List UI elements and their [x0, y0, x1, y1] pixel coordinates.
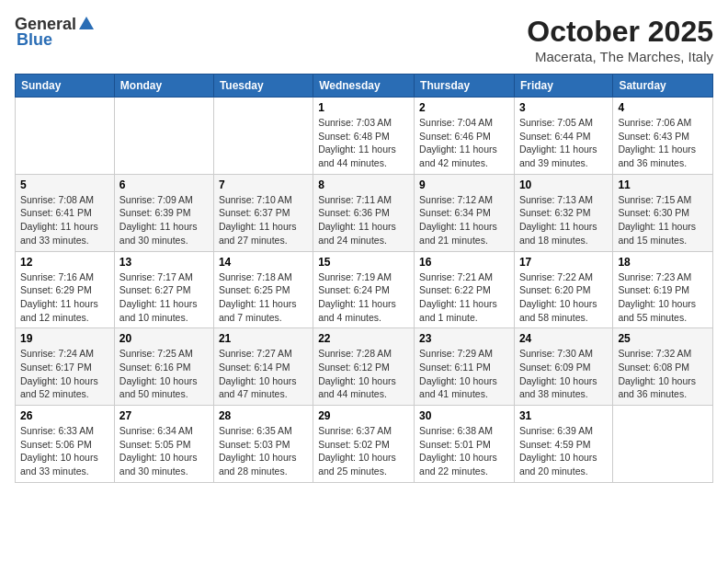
day-info: Sunrise: 7:13 AM Sunset: 6:32 PM Dayligh… [519, 193, 608, 247]
logo: General Blue [15, 15, 95, 50]
calendar-cell: 22Sunrise: 7:28 AM Sunset: 6:12 PM Dayli… [313, 328, 415, 406]
day-number: 12 [20, 256, 109, 269]
day-info: Sunrise: 7:30 AM Sunset: 6:09 PM Dayligh… [519, 347, 608, 401]
calendar-cell: 15Sunrise: 7:19 AM Sunset: 6:24 PM Dayli… [313, 251, 415, 328]
logo-blue: Blue [15, 30, 52, 50]
day-info: Sunrise: 7:17 AM Sunset: 6:27 PM Dayligh… [119, 270, 209, 325]
calendar-cell: 1Sunrise: 7:03 AM Sunset: 6:48 PM Daylig… [313, 98, 415, 175]
calendar-cell: 16Sunrise: 7:21 AM Sunset: 6:22 PM Dayli… [415, 251, 515, 328]
calendar-cell: 18Sunrise: 7:23 AM Sunset: 6:19 PM Dayli… [613, 251, 713, 328]
day-info: Sunrise: 7:27 AM Sunset: 6:14 PM Dayligh… [219, 347, 308, 401]
calendar-cell: 3Sunrise: 7:05 AM Sunset: 6:44 PM Daylig… [514, 98, 612, 175]
weekday-header-sunday: Sunday [16, 75, 115, 98]
day-number: 10 [519, 178, 608, 191]
day-number: 4 [618, 101, 708, 114]
day-number: 16 [419, 256, 509, 269]
calendar-cell: 26Sunrise: 6:33 AM Sunset: 5:06 PM Dayli… [16, 406, 115, 483]
day-info: Sunrise: 7:24 AM Sunset: 6:17 PM Dayligh… [20, 347, 109, 401]
calendar-cell [16, 98, 115, 175]
calendar-cell: 17Sunrise: 7:22 AM Sunset: 6:20 PM Dayli… [514, 251, 612, 328]
day-info: Sunrise: 7:19 AM Sunset: 6:24 PM Dayligh… [318, 270, 409, 325]
day-number: 11 [618, 178, 708, 191]
day-info: Sunrise: 7:11 AM Sunset: 6:36 PM Dayligh… [318, 193, 409, 247]
day-number: 23 [419, 332, 509, 345]
day-info: Sunrise: 7:10 AM Sunset: 6:37 PM Dayligh… [219, 193, 308, 247]
day-info: Sunrise: 7:05 AM Sunset: 6:44 PM Dayligh… [519, 116, 608, 170]
calendar-table: SundayMondayTuesdayWednesdayThursdayFrid… [15, 74, 713, 483]
weekday-header-friday: Friday [514, 75, 612, 98]
day-number: 17 [519, 256, 608, 269]
calendar-cell: 28Sunrise: 6:35 AM Sunset: 5:03 PM Dayli… [213, 406, 313, 483]
weekday-header-tuesday: Tuesday [213, 75, 313, 98]
calendar-cell: 29Sunrise: 6:37 AM Sunset: 5:02 PM Dayli… [313, 406, 415, 483]
day-info: Sunrise: 7:29 AM Sunset: 6:11 PM Dayligh… [419, 347, 509, 401]
day-info: Sunrise: 7:22 AM Sunset: 6:20 PM Dayligh… [519, 270, 608, 325]
calendar-cell: 31Sunrise: 6:39 AM Sunset: 4:59 PM Dayli… [514, 406, 612, 483]
calendar-cell: 30Sunrise: 6:38 AM Sunset: 5:01 PM Dayli… [415, 406, 515, 483]
day-info: Sunrise: 7:23 AM Sunset: 6:19 PM Dayligh… [618, 270, 708, 325]
calendar-cell: 4Sunrise: 7:06 AM Sunset: 6:43 PM Daylig… [613, 98, 713, 175]
calendar-cell: 10Sunrise: 7:13 AM Sunset: 6:32 PM Dayli… [514, 174, 612, 251]
day-info: Sunrise: 6:33 AM Sunset: 5:06 PM Dayligh… [20, 424, 109, 478]
day-number: 3 [519, 101, 608, 114]
day-info: Sunrise: 6:37 AM Sunset: 5:02 PM Dayligh… [318, 424, 409, 478]
calendar-cell: 6Sunrise: 7:09 AM Sunset: 6:39 PM Daylig… [114, 174, 213, 251]
day-info: Sunrise: 7:08 AM Sunset: 6:41 PM Dayligh… [20, 193, 109, 247]
calendar-title: October 2025 [527, 15, 713, 49]
calendar-cell: 14Sunrise: 7:18 AM Sunset: 6:25 PM Dayli… [213, 251, 313, 328]
day-info: Sunrise: 7:21 AM Sunset: 6:22 PM Dayligh… [419, 270, 509, 325]
day-number: 30 [419, 409, 509, 422]
calendar-cell: 27Sunrise: 6:34 AM Sunset: 5:05 PM Dayli… [114, 406, 213, 483]
day-info: Sunrise: 7:25 AM Sunset: 6:16 PM Dayligh… [119, 347, 209, 401]
day-info: Sunrise: 7:12 AM Sunset: 6:34 PM Dayligh… [419, 193, 509, 247]
calendar-cell: 5Sunrise: 7:08 AM Sunset: 6:41 PM Daylig… [16, 174, 115, 251]
calendar-cell [613, 406, 713, 483]
day-info: Sunrise: 6:38 AM Sunset: 5:01 PM Dayligh… [419, 424, 509, 478]
day-info: Sunrise: 6:34 AM Sunset: 5:05 PM Dayligh… [119, 424, 209, 478]
title-area: October 2025 Macerata, The Marches, Ital… [527, 15, 713, 64]
day-info: Sunrise: 7:28 AM Sunset: 6:12 PM Dayligh… [318, 347, 409, 401]
weekday-header-saturday: Saturday [613, 75, 713, 98]
day-number: 18 [618, 256, 708, 269]
day-info: Sunrise: 7:06 AM Sunset: 6:43 PM Dayligh… [618, 116, 708, 170]
day-number: 26 [20, 409, 109, 422]
calendar-cell: 9Sunrise: 7:12 AM Sunset: 6:34 PM Daylig… [415, 174, 515, 251]
calendar-subtitle: Macerata, The Marches, Italy [527, 49, 713, 64]
calendar-cell: 21Sunrise: 7:27 AM Sunset: 6:14 PM Dayli… [213, 328, 313, 406]
day-number: 28 [219, 409, 308, 422]
day-info: Sunrise: 7:15 AM Sunset: 6:30 PM Dayligh… [618, 193, 708, 247]
day-number: 24 [519, 332, 608, 345]
weekday-header-thursday: Thursday [415, 75, 515, 98]
day-info: Sunrise: 7:04 AM Sunset: 6:46 PM Dayligh… [419, 116, 509, 170]
calendar-cell: 25Sunrise: 7:32 AM Sunset: 6:08 PM Dayli… [613, 328, 713, 406]
calendar-cell [213, 98, 313, 175]
day-info: Sunrise: 7:03 AM Sunset: 6:48 PM Dayligh… [318, 116, 409, 170]
day-number: 5 [20, 178, 109, 191]
day-number: 1 [318, 101, 409, 114]
day-info: Sunrise: 7:09 AM Sunset: 6:39 PM Dayligh… [119, 193, 209, 247]
weekday-header-monday: Monday [114, 75, 213, 98]
day-number: 2 [419, 101, 509, 114]
page-header: General Blue October 2025 Macerata, The … [15, 15, 713, 64]
calendar-cell: 20Sunrise: 7:25 AM Sunset: 6:16 PM Dayli… [114, 328, 213, 406]
calendar-cell: 13Sunrise: 7:17 AM Sunset: 6:27 PM Dayli… [114, 251, 213, 328]
day-info: Sunrise: 6:39 AM Sunset: 4:59 PM Dayligh… [519, 424, 608, 478]
day-number: 9 [419, 178, 509, 191]
svg-marker-0 [79, 17, 94, 29]
day-number: 20 [119, 332, 209, 345]
calendar-cell [114, 98, 213, 175]
day-number: 15 [318, 256, 409, 269]
day-number: 6 [119, 178, 209, 191]
day-number: 13 [119, 256, 209, 269]
weekday-header-wednesday: Wednesday [313, 75, 415, 98]
calendar-cell: 24Sunrise: 7:30 AM Sunset: 6:09 PM Dayli… [514, 328, 612, 406]
day-number: 21 [219, 332, 308, 345]
day-number: 27 [119, 409, 209, 422]
day-number: 25 [618, 332, 708, 345]
day-info: Sunrise: 7:16 AM Sunset: 6:29 PM Dayligh… [20, 270, 109, 325]
calendar-cell: 7Sunrise: 7:10 AM Sunset: 6:37 PM Daylig… [213, 174, 313, 251]
calendar-cell: 11Sunrise: 7:15 AM Sunset: 6:30 PM Dayli… [613, 174, 713, 251]
day-number: 31 [519, 409, 608, 422]
calendar-cell: 8Sunrise: 7:11 AM Sunset: 6:36 PM Daylig… [313, 174, 415, 251]
calendar-cell: 23Sunrise: 7:29 AM Sunset: 6:11 PM Dayli… [415, 328, 515, 406]
